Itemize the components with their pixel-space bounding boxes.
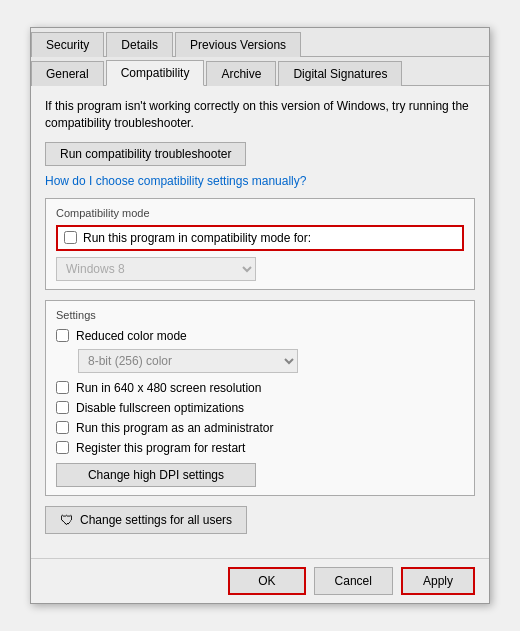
change-all-users-button[interactable]: 🛡 Change settings for all users <box>45 506 247 534</box>
compatibility-mode-section: Compatibility mode Run this program in c… <box>45 198 475 290</box>
tab-previous-versions[interactable]: Previous Versions <box>175 32 301 57</box>
compat-mode-checkbox-label: Run this program in compatibility mode f… <box>83 231 311 245</box>
tab-compatibility[interactable]: Compatibility <box>106 60 205 86</box>
tab-digital-signatures[interactable]: Digital Signatures <box>278 61 402 86</box>
register-restart-checkbox[interactable] <box>56 441 69 454</box>
compat-mode-row: Run this program in compatibility mode f… <box>56 225 464 251</box>
run-admin-checkbox[interactable] <box>56 421 69 434</box>
disable-fullscreen-checkbox[interactable] <box>56 401 69 414</box>
run-admin-label: Run this program as an administrator <box>76 421 273 435</box>
reduced-color-row: Reduced color mode <box>56 329 464 343</box>
tab-details[interactable]: Details <box>106 32 173 57</box>
dialog: Security Details Previous Versions Gener… <box>30 27 490 604</box>
compat-mode-label: Compatibility mode <box>56 207 464 219</box>
run-640-label: Run in 640 x 480 screen resolution <box>76 381 261 395</box>
cancel-button[interactable]: Cancel <box>314 567 393 595</box>
run-admin-row: Run this program as an administrator <box>56 421 464 435</box>
disable-fullscreen-row: Disable fullscreen optimizations <box>56 401 464 415</box>
shield-icon: 🛡 <box>60 512 74 528</box>
compat-mode-dropdown[interactable]: Windows 8 Windows 7 Windows Vista (SP2) … <box>56 257 256 281</box>
run-640-row: Run in 640 x 480 screen resolution <box>56 381 464 395</box>
run-troubleshooter-button[interactable]: Run compatibility troubleshooter <box>45 142 246 166</box>
tab-archive[interactable]: Archive <box>206 61 276 86</box>
tabs-row1: Security Details Previous Versions <box>31 28 489 57</box>
settings-label: Settings <box>56 309 464 321</box>
main-content: If this program isn't working correctly … <box>31 86 489 558</box>
compat-mode-checkbox[interactable] <box>64 231 77 244</box>
description-text: If this program isn't working correctly … <box>45 98 475 132</box>
settings-section: Settings Reduced color mode 8-bit (256) … <box>45 300 475 496</box>
disable-fullscreen-label: Disable fullscreen optimizations <box>76 401 244 415</box>
register-restart-label: Register this program for restart <box>76 441 245 455</box>
bottom-bar: OK Cancel Apply <box>31 558 489 603</box>
change-all-users-label: Change settings for all users <box>80 513 232 527</box>
reduced-color-label: Reduced color mode <box>76 329 187 343</box>
ok-button[interactable]: OK <box>228 567 305 595</box>
run-640-checkbox[interactable] <box>56 381 69 394</box>
reduced-color-checkbox[interactable] <box>56 329 69 342</box>
color-mode-dropdown[interactable]: 8-bit (256) color 16-bit color <box>78 349 298 373</box>
tabs-row2: General Compatibility Archive Digital Si… <box>31 57 489 86</box>
change-dpi-button[interactable]: Change high DPI settings <box>56 463 256 487</box>
manual-settings-link[interactable]: How do I choose compatibility settings m… <box>45 174 475 188</box>
tab-security[interactable]: Security <box>31 32 104 57</box>
register-restart-row: Register this program for restart <box>56 441 464 455</box>
apply-button[interactable]: Apply <box>401 567 475 595</box>
tab-general[interactable]: General <box>31 61 104 86</box>
